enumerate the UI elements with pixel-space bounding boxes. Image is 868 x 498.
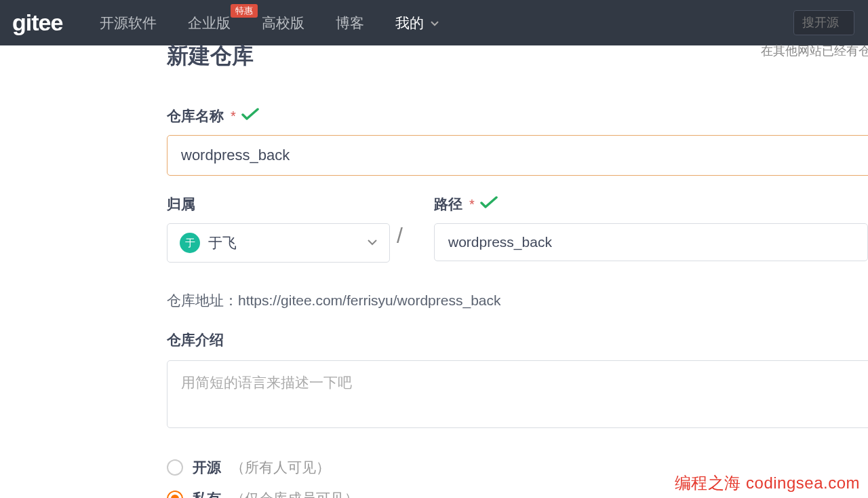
nav-mine[interactable]: 我的 — [395, 14, 439, 33]
desc-label: 仓库介绍 — [167, 330, 868, 349]
radio-label: 私有 — [193, 489, 221, 498]
required-mark: * — [469, 197, 475, 212]
nav-opensource[interactable]: 开源软件 — [100, 14, 157, 33]
nav-edu[interactable]: 高校版 — [262, 14, 304, 33]
nav-blog[interactable]: 博客 — [336, 14, 364, 33]
addr-label: 仓库地址： — [167, 292, 238, 308]
path-separator: / — [397, 223, 403, 248]
repo-address: 仓库地址：https://gitee.com/ferrisyu/wordpres… — [167, 291, 868, 310]
avatar: 于 — [180, 233, 200, 253]
nav-mine-label: 我的 — [395, 15, 424, 31]
radio-icon[interactable] — [167, 491, 183, 498]
repo-name-input[interactable] — [167, 135, 868, 176]
nav-badge: 特惠 — [231, 4, 258, 18]
path-block: 路径 * — [434, 195, 868, 261]
radio-hint: （仅仓库成员可见） — [231, 489, 359, 498]
logo[interactable]: gitee — [12, 9, 62, 36]
radio-hint: （所有人可见） — [231, 458, 330, 477]
owner-value: 于飞 — [208, 233, 237, 252]
radio-label: 开源 — [193, 458, 221, 477]
desc-textarea[interactable] — [167, 360, 868, 428]
nav-enterprise-label: 企业版 — [188, 15, 231, 31]
owner-select[interactable]: 于 于飞 — [167, 223, 390, 263]
right-hint: 在其他网站已经有仓 — [761, 43, 868, 59]
owner-block: 归属 于 于飞 — [167, 195, 390, 263]
addr-value: https://gitee.com/ferrisyu/wordpress_bac… — [238, 292, 501, 308]
chevron-down-icon — [431, 21, 439, 26]
owner-label: 归属 — [167, 195, 195, 214]
owner-path-row: 归属 于 于飞 / 路径 * — [167, 195, 868, 263]
path-input[interactable] — [434, 223, 868, 261]
repo-name-row: 仓库名称 * — [167, 107, 868, 176]
radio-icon[interactable] — [167, 459, 183, 476]
nav-enterprise[interactable]: 企业版 特惠 — [188, 14, 231, 33]
main-content: 新建仓库 在其他网站已经有仓 仓库名称 * 归属 于 于飞 / — [0, 41, 868, 498]
watermark: 编程之海 codingsea.com — [675, 472, 860, 494]
check-icon — [480, 196, 498, 212]
nav-items: 开源软件 企业版 特惠 高校版 博客 我的 — [100, 14, 439, 33]
top-nav: gitee 开源软件 企业版 特惠 高校版 博客 我的 — [0, 0, 868, 45]
nav-search — [793, 10, 854, 35]
search-input[interactable] — [793, 10, 854, 35]
chevron-down-icon — [368, 237, 377, 249]
required-mark: * — [231, 109, 236, 124]
repo-name-label: 仓库名称 — [167, 107, 224, 126]
check-icon — [241, 108, 259, 124]
path-label: 路径 — [434, 195, 462, 214]
